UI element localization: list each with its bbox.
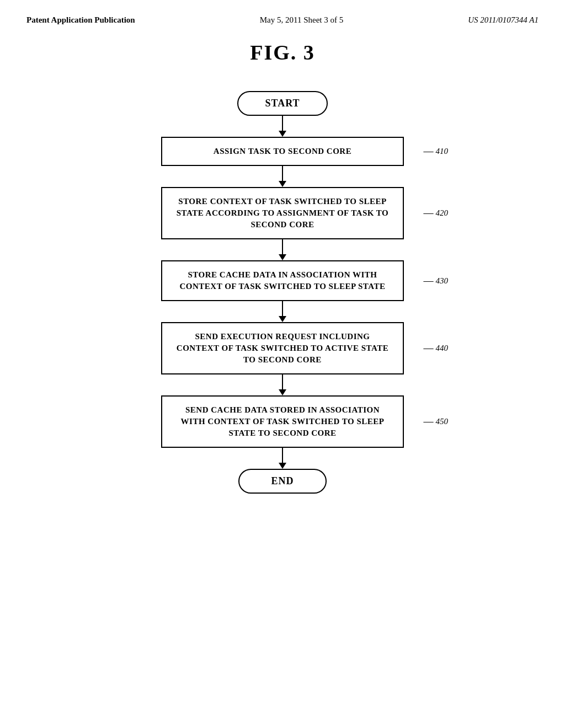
header-right: US 2011/0107344 A1 — [468, 15, 539, 25]
step-440-box: SEND EXECUTION REQUEST INCLUDING CONTEXT… — [161, 322, 404, 374]
step-410-tick: ― — [424, 146, 434, 157]
step-440-label: ― 440 — [424, 342, 449, 354]
step-450-box: SEND CACHE DATA STORED IN ASSOCIATION WI… — [161, 395, 404, 448]
arrow-head-5 — [279, 389, 286, 395]
step-430-label: ― 430 — [424, 275, 449, 287]
step-450-wrapper: SEND CACHE DATA STORED IN ASSOCIATION WI… — [161, 395, 404, 448]
step-410-wrapper: ASSIGN TASK TO SECOND CORE ― 410 — [161, 137, 404, 166]
end-capsule: END — [238, 469, 327, 494]
step-450-tick: ― — [424, 416, 434, 427]
step-440-text: SEND EXECUTION REQUEST INCLUDING CONTEXT… — [177, 332, 388, 364]
header-left: Patent Application Publication — [26, 15, 135, 25]
step-420-text: STORE CONTEXT OF TASK SWITCHED TO SLEEP … — [177, 197, 389, 229]
start-capsule: START — [237, 91, 327, 116]
arrow-line-4 — [282, 301, 284, 316]
step-410-text: ASSIGN TASK TO SECOND CORE — [214, 147, 351, 156]
step-440-tick: ― — [424, 342, 434, 354]
arrow-head-6 — [279, 463, 286, 469]
arrow-1 — [279, 116, 286, 137]
arrow-head — [279, 131, 286, 137]
arrow-line-3 — [282, 239, 284, 254]
arrow-line-2 — [282, 166, 284, 181]
step-440-wrapper: SEND EXECUTION REQUEST INCLUDING CONTEXT… — [161, 322, 404, 374]
arrow-5 — [279, 374, 286, 395]
step-410-label: ― 410 — [424, 146, 449, 157]
step-430-text: STORE CACHE DATA IN ASSOCIATION WITH CON… — [180, 270, 386, 291]
step-420-box: STORE CONTEXT OF TASK SWITCHED TO SLEEP … — [161, 187, 404, 239]
flowchart: START ASSIGN TASK TO SECOND CORE ― 410 S… — [0, 91, 565, 494]
arrow-2 — [279, 166, 286, 187]
arrow-head-2 — [279, 181, 286, 187]
header-center: May 5, 2011 Sheet 3 of 5 — [260, 15, 344, 25]
fig-title: FIG. 3 — [0, 40, 565, 65]
step-410-box: ASSIGN TASK TO SECOND CORE — [161, 137, 404, 166]
step-420-label: ― 420 — [424, 207, 449, 219]
step-420-tick: ― — [424, 207, 434, 219]
step-420-wrapper: STORE CONTEXT OF TASK SWITCHED TO SLEEP … — [161, 187, 404, 239]
arrow-head-4 — [279, 316, 286, 322]
arrow-3 — [279, 239, 286, 260]
arrow-line-5 — [282, 374, 284, 389]
arrow-line — [282, 116, 284, 131]
step-450-label: ― 450 — [424, 416, 449, 427]
step-430-tick: ― — [424, 275, 434, 287]
step-430-box: STORE CACHE DATA IN ASSOCIATION WITH CON… — [161, 260, 404, 301]
page-header: Patent Application Publication May 5, 20… — [0, 0, 565, 25]
step-450-text: SEND CACHE DATA STORED IN ASSOCIATION WI… — [181, 405, 385, 437]
arrow-6 — [279, 448, 286, 469]
arrow-4 — [279, 301, 286, 322]
step-430-wrapper: STORE CACHE DATA IN ASSOCIATION WITH CON… — [161, 260, 404, 301]
arrow-head-3 — [279, 254, 286, 260]
arrow-line-6 — [282, 448, 284, 463]
